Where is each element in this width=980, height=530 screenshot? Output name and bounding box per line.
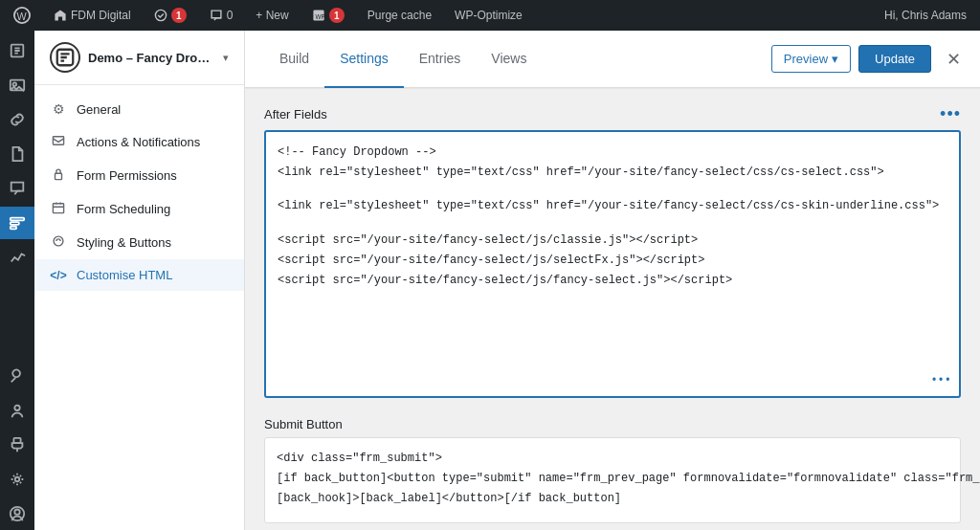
code-line-4: <script src="/your-site/fancy-select/js/…	[278, 232, 947, 250]
wp-logo[interactable]: W	[8, 0, 36, 31]
new-content[interactable]: + New	[250, 0, 294, 31]
sidebar-nav: ⚙ General Actions & Notifications Form P…	[34, 85, 244, 298]
svg-rect-9	[11, 222, 19, 225]
svg-rect-8	[11, 218, 24, 221]
preview-button[interactable]: Preview ▾	[771, 45, 851, 73]
sidebar-item-general[interactable]: ⚙ General	[34, 93, 244, 125]
svg-point-2	[155, 10, 166, 20]
code-line-2: <link rel="stylesheet" type="text/css" h…	[278, 164, 947, 182]
submit-code-line-2: [if back_button]<button type="submit" na…	[277, 470, 948, 488]
main-content: After Fields ••• <!-- Fancy Dropdown -->…	[245, 88, 980, 530]
form-tabs: Build Settings Entries Views	[264, 31, 542, 88]
code-line-3: <link rel="stylesheet" type="text/css" h…	[278, 197, 947, 215]
icon-bar-users[interactable]	[0, 394, 34, 427]
update-button[interactable]: Update	[858, 45, 931, 73]
svg-rect-18	[56, 173, 62, 179]
sidebar-item-html-label: Customise HTML	[77, 268, 172, 282]
sidebar: Demo – Fancy Dro… ▾ ⚙ General Actions & …	[34, 31, 245, 530]
updates-badge[interactable]: 1	[148, 0, 192, 31]
sidebar-item-scheduling-label: Form Scheduling	[77, 202, 170, 216]
permissions-icon	[50, 167, 67, 184]
icon-bar-formidable[interactable]	[0, 207, 34, 239]
sidebar-header: Demo – Fancy Dro… ▾	[34, 31, 244, 85]
user-greeting[interactable]: Hi, Chris Adams	[879, 0, 972, 31]
svg-point-11	[14, 406, 19, 410]
code-blank-2	[278, 218, 947, 232]
icon-bar-plugins[interactable]	[0, 429, 34, 461]
styling-icon	[50, 234, 67, 251]
code-line-6: <script src="/your-site/fancy-select/js/…	[278, 272, 947, 290]
sidebar-item-styling-label: Styling & Buttons	[77, 235, 171, 250]
scheduling-icon	[50, 201, 67, 217]
after-fields-label: After Fields	[264, 107, 327, 121]
sidebar-item-general-label: General	[77, 102, 121, 117]
icon-bar-account[interactable]	[0, 497, 34, 530]
icon-bar-media[interactable]	[0, 69, 34, 101]
sidebar-item-customise-html[interactable]: </> Customise HTML	[34, 259, 244, 291]
icon-bar-posts[interactable]	[0, 34, 34, 67]
html-icon: </>	[50, 269, 67, 282]
submit-code-line-1: <div class="frm_submit">	[277, 450, 948, 468]
after-fields-editor[interactable]: <!-- Fancy Dropdown --> <link rel="style…	[264, 130, 961, 398]
code-blank-1	[278, 184, 947, 197]
tab-settings[interactable]: Settings	[324, 31, 404, 88]
form-logo	[50, 42, 80, 73]
icon-bar-settings-bottom[interactable]	[0, 463, 34, 496]
content-area: Build Settings Entries Views Preview ▾	[245, 31, 980, 530]
comments[interactable]: 0	[204, 0, 239, 31]
svg-rect-10	[11, 227, 16, 230]
after-fields-menu[interactable]: •••	[940, 104, 961, 124]
icon-bar	[0, 31, 34, 530]
icon-bar-analytics[interactable]	[0, 241, 34, 274]
notifications-icon	[50, 134, 67, 150]
tab-entries[interactable]: Entries	[404, 31, 477, 88]
icon-bar-links[interactable]	[0, 103, 34, 136]
submit-button-editor[interactable]: <div class="frm_submit"> [if back_button…	[264, 437, 961, 523]
tab-views[interactable]: Views	[476, 31, 542, 88]
admin-bar: W FDM Digital 1 0 + New WP 1 Purge cache…	[0, 0, 980, 31]
icon-bar-comments[interactable]	[0, 172, 34, 205]
code-line-5: <script src="/your-site/fancy-select/js/…	[278, 252, 947, 270]
sidebar-item-styling[interactable]: Styling & Buttons	[34, 226, 244, 259]
svg-rect-17	[53, 137, 63, 144]
svg-text:WP: WP	[315, 13, 324, 20]
after-fields-header: After Fields •••	[264, 104, 961, 124]
code-editor-footer: •••	[930, 372, 951, 390]
site-name[interactable]: FDM Digital	[48, 0, 137, 31]
sidebar-item-form-permissions[interactable]: Form Permissions	[34, 159, 244, 192]
preview-dropdown-icon: ▾	[832, 52, 838, 66]
svg-point-15	[14, 510, 19, 515]
submit-button-header: Submit Button	[264, 417, 961, 431]
purge-cache[interactable]: Purge cache	[362, 0, 437, 31]
form-header-actions: Preview ▾ Update ✕	[771, 45, 961, 73]
sidebar-dropdown-icon[interactable]: ▾	[223, 52, 229, 64]
svg-text:W: W	[17, 11, 28, 22]
sidebar-item-actions-label: Actions & Notifications	[77, 135, 200, 149]
icon-bar-pages[interactable]	[0, 138, 34, 170]
svg-point-13	[15, 477, 20, 482]
general-icon: ⚙	[50, 101, 67, 117]
svg-rect-19	[53, 204, 63, 213]
wp-plugin[interactable]: WP 1	[306, 0, 350, 31]
svg-point-7	[13, 82, 17, 86]
sidebar-item-permissions-label: Form Permissions	[77, 168, 177, 183]
submit-button-label: Submit Button	[264, 417, 343, 431]
submit-code-line-3: [back_hook]>[back_label]</button>[/if ba…	[277, 490, 948, 508]
sidebar-item-actions-notifications[interactable]: Actions & Notifications	[34, 125, 244, 159]
icon-bar-tools[interactable]	[0, 360, 34, 392]
form-title: Demo – Fancy Dro…	[88, 51, 215, 65]
tab-build[interactable]: Build	[264, 31, 324, 88]
close-button[interactable]: ✕	[947, 49, 961, 70]
sidebar-item-form-scheduling[interactable]: Form Scheduling	[34, 192, 244, 226]
form-header: Build Settings Entries Views Preview ▾	[245, 31, 980, 88]
svg-point-20	[54, 236, 63, 246]
code-line-1: <!-- Fancy Dropdown -->	[278, 144, 947, 162]
wp-optimize[interactable]: WP-Optimize	[449, 0, 528, 31]
